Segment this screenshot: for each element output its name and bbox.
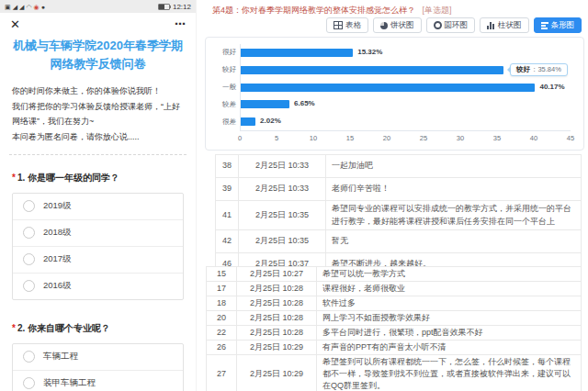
row-content: 一起加油吧 [326, 155, 582, 178]
option-row[interactable]: 装甲车辆工程 [13, 371, 183, 391]
donut-chart-icon [434, 21, 442, 29]
question-1: *1. 你是哪一年级的同学？ 2019级2018级2017级2016级 [0, 155, 196, 300]
row-id: 42 [216, 230, 239, 253]
view-button-pie-chart[interactable]: 饼状图 [373, 17, 422, 33]
profile-icon: ● [41, 4, 45, 10]
option-label: 2018级 [43, 227, 72, 239]
radio-icon[interactable] [23, 200, 35, 212]
question-2-options: 车辆工程装甲车辆工程 [12, 343, 184, 391]
chart-plot-area: 15.32%较好：35.84%40.17%6.65%2.02% [240, 44, 571, 131]
chart-bar[interactable] [241, 49, 353, 57]
screenshot-icon: ▣ [5, 4, 11, 10]
bar-value-label: 15.32% [357, 48, 382, 56]
category-label: 很差 [211, 113, 236, 130]
option-label: 2019级 [43, 200, 72, 212]
chart-bar[interactable] [241, 66, 503, 74]
survey-intro: 你的时间你来做主，你的体验你说我听！ 我们将把你的学习体验反馈给授课老师，“上好… [0, 73, 196, 147]
row-id: 41 [216, 201, 239, 230]
status-right: 12:12 [158, 3, 191, 11]
chart-bar[interactable] [241, 117, 255, 126]
answers-table-1-wrap: 382月25日 10:33一起加油吧392月25日 10:33老师们辛苦啦！41… [215, 154, 582, 276]
nav-bar: ✕ ⋯ [0, 13, 196, 35]
row-date: 2月25日 10:35 [239, 201, 326, 230]
category-label: 较好 [211, 61, 236, 79]
bar-value-label: 6.65% [294, 99, 315, 107]
option-label: 2016级 [43, 280, 72, 292]
more-icon[interactable]: ⋯ [175, 17, 186, 30]
answer-row: 272月25日 10:29希望签到可以所有课程都统一一下，怎么签，什么时候签，每… [207, 355, 582, 391]
row-id: 15 [207, 267, 237, 282]
row-content: 暂无 [326, 230, 582, 253]
axis-tick-label: 5 [275, 134, 278, 142]
question-2: *2. 你来自哪个专业呢？ 车辆工程装甲车辆工程 [0, 300, 196, 391]
answer-row: 382月25日 10:33一起加油吧 [216, 155, 582, 178]
screen: ▣◢◢◠◉● 12:12 ✕ ⋯ 机械与车辆学院2020年春季学期网络教学反馈问… [0, 0, 588, 391]
view-button-column-chart[interactable]: 柱状图 [480, 17, 529, 33]
button-label: 饼状图 [390, 20, 414, 31]
answers-table-2: 152月25日 10:27希望可以统一教学方式172月25日 10:28课程很好… [206, 266, 582, 391]
row-id: 26 [207, 341, 237, 355]
option-row[interactable]: 2018级 [13, 220, 183, 247]
status-bar: ▣◢◢◠◉● 12:12 [0, 0, 196, 13]
bar-chart-icon [541, 22, 548, 29]
chart-card: 很好较好一般较差很差 15.32%较好：35.84%40.17%6.65%2.0… [205, 37, 584, 151]
radio-icon[interactable] [23, 227, 35, 239]
answer-row: 222月25日 10:28多平台同时进行，很繁琐，ppt配音效果不好 [207, 326, 582, 341]
radio-icon[interactable] [23, 280, 35, 292]
intro-line: 我们将把你的学习体验反馈给授课老师，“上好网络课”，我们在努力~ [12, 99, 184, 129]
category-label: 较差 [211, 95, 236, 113]
answer-row: 152月25日 10:27希望可以统一教学方式 [207, 267, 582, 282]
row-content: 软件过多 [317, 296, 582, 311]
axis-tick-label: 15 [346, 134, 354, 142]
button-label: 表格 [345, 20, 361, 31]
option-label: 2017级 [43, 253, 72, 265]
row-date: 2月25日 10:33 [239, 178, 326, 201]
battery-icon [158, 4, 170, 10]
option-row[interactable]: 2017级 [13, 247, 183, 274]
wifi-icon: ◠ [26, 4, 31, 10]
row-id: 20 [207, 311, 237, 326]
answers-table-1: 382月25日 10:33一起加油吧392月25日 10:33老师们辛苦啦！41… [215, 154, 582, 276]
close-icon[interactable]: ✕ [10, 17, 20, 31]
option-row[interactable]: 2019级 [13, 194, 183, 220]
question-1-title: *1. 你是哪一年级的同学？ [12, 172, 184, 184]
chart-bar[interactable] [241, 100, 289, 108]
row-date: 2月25日 10:28 [237, 296, 317, 311]
answer-row: 412月25日 10:35希望同专业的课程可以安排成统一的教学方式，并采用统一的… [216, 201, 582, 230]
button-label: 柱状图 [498, 20, 522, 31]
question-2-label: 2. 你来自哪个专业呢？ [17, 323, 110, 333]
answer-row: 422月25日 10:35暂无 [216, 230, 582, 253]
option-row[interactable]: 车辆工程 [13, 344, 183, 371]
row-content: 希望可以统一教学方式 [317, 267, 582, 282]
radio-icon[interactable] [23, 253, 35, 265]
chart-category-labels: 很好较好一般较差很差 [211, 44, 236, 130]
view-button-bar-chart[interactable]: 条形图 [534, 17, 582, 33]
row-content: 有声音的PPT有的声音太小听不清 [317, 341, 582, 355]
intro-line: 你的时间你来做主，你的体验你说我听！ [12, 84, 184, 99]
signal-icon: ◢ [13, 4, 17, 10]
row-id: 17 [207, 282, 237, 296]
question-type-tag: [单选题] [423, 6, 452, 15]
view-button-table[interactable]: 表格 [326, 17, 368, 33]
row-content: 老师们辛苦啦！ [326, 178, 582, 201]
chart-bar[interactable] [241, 84, 535, 92]
bar-value-label: 40.17% [539, 83, 564, 91]
row-date: 2月25日 10:28 [237, 311, 317, 326]
answer-row: 262月25日 10:29有声音的PPT有的声音太小听不清 [207, 341, 582, 355]
radio-icon[interactable] [23, 377, 35, 389]
option-label: 车辆工程 [43, 351, 78, 363]
axis-tick-label: 40 [530, 134, 537, 142]
radio-icon[interactable] [23, 351, 35, 363]
row-content: 希望签到可以所有课程都统一一下，怎么签，什么时候签，每个课程都不一样，导致签到找… [317, 355, 582, 391]
category-label: 很好 [211, 44, 236, 61]
row-date: 2月25日 10:28 [237, 282, 317, 296]
answer-row: 392月25日 10:33老师们辛苦啦！ [216, 178, 582, 201]
view-button-donut-chart[interactable]: 圆环图 [426, 17, 476, 33]
axis-tick-label: 30 [457, 134, 464, 142]
option-row[interactable]: 2016级 [13, 274, 183, 299]
required-asterisk: * [12, 173, 16, 183]
row-content: 网上学习不如面授教学效果好 [317, 311, 582, 326]
row-content: 希望同专业的课程可以安排成统一的教学方式，并采用统一的平台进行教学，最好能将课程… [326, 201, 582, 230]
axis-tick-label: 45 [567, 134, 574, 142]
question-1-options: 2019级2018级2017级2016级 [12, 193, 184, 300]
